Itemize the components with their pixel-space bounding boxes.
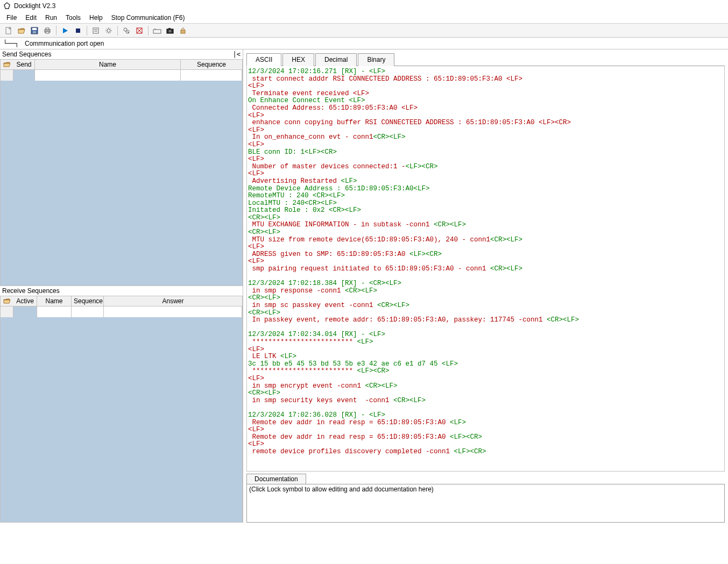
new-icon[interactable] <box>3 25 14 36</box>
svg-rect-9 <box>76 28 80 33</box>
svg-rect-20 <box>153 30 161 33</box>
recv-answer-input[interactable] <box>104 306 242 317</box>
send-empty-row[interactable] <box>1 70 242 81</box>
comm-port-icon: └──┐ <box>3 40 25 47</box>
toolbar-separator <box>87 26 87 35</box>
recv-empty-row[interactable] <box>1 306 242 317</box>
stop-icon[interactable] <box>73 25 83 36</box>
svg-point-23 <box>169 30 172 32</box>
send-seq-input[interactable] <box>181 70 242 81</box>
svg-point-13 <box>107 29 110 32</box>
documentation-tab-row: Documentation <box>246 474 725 484</box>
send-col-send[interactable]: Send <box>13 60 35 69</box>
toolbar-separator <box>148 26 149 35</box>
svg-rect-3 <box>32 28 37 30</box>
right-panel: ASCII HEX Decimal Binary 12/3/2024 17:02… <box>243 49 728 523</box>
main-area: Send Sequences |< Send Name Sequence Rec… <box>0 49 728 523</box>
send-name-input[interactable] <box>35 70 181 81</box>
recv-grid-body <box>0 306 243 523</box>
recv-name-input[interactable] <box>37 306 72 317</box>
clear-icon[interactable] <box>134 25 145 36</box>
menu-stop-communication[interactable]: Stop Communication (F6) <box>107 13 189 23</box>
svg-marker-0 <box>4 3 10 9</box>
keyboard-icon[interactable] <box>152 25 162 36</box>
svg-rect-10 <box>93 28 98 33</box>
comm-status-bar: └──┐ Commmunication port open <box>0 38 728 49</box>
tab-hex[interactable]: HEX <box>282 53 314 66</box>
app-logo-icon <box>3 2 11 10</box>
communication-log[interactable]: 12/3/2024 17:02:16.271 [RX] - <LF> start… <box>246 66 725 472</box>
toolbar-separator <box>117 26 118 35</box>
send-header-icon <box>1 60 13 69</box>
send-grid-body <box>0 70 243 286</box>
recv-header-icon <box>1 296 13 306</box>
app-title: Docklight V2.3 <box>14 2 55 10</box>
settings-icon[interactable] <box>103 25 114 36</box>
receive-sequences-title: Receive Sequences <box>2 287 60 295</box>
svg-marker-8 <box>63 28 68 33</box>
notebook-icon[interactable] <box>90 25 101 36</box>
left-panel: Send Sequences |< Send Name Sequence Rec… <box>0 49 243 523</box>
save-icon[interactable] <box>29 25 40 36</box>
send-col-seq[interactable]: Sequence <box>181 60 242 69</box>
menu-file[interactable]: File <box>2 13 21 23</box>
receive-sequences-title-row: Receive Sequences <box>0 286 243 296</box>
tab-documentation[interactable]: Documentation <box>246 474 306 484</box>
menu-bar: File Edit Run Tools Help Stop Communicat… <box>0 12 728 24</box>
tab-binary[interactable]: Binary <box>358 53 394 66</box>
menu-help[interactable]: Help <box>85 13 107 23</box>
svg-rect-6 <box>46 28 49 30</box>
svg-rect-7 <box>46 32 49 33</box>
tab-ascii[interactable]: ASCII <box>246 53 281 66</box>
collapse-left-icon[interactable]: |< <box>233 51 241 58</box>
svg-rect-4 <box>33 31 36 33</box>
svg-rect-24 <box>168 28 171 29</box>
recv-grid-header: Active Name Sequence Answer <box>0 296 243 306</box>
log-tabs: ASCII HEX Decimal Binary <box>246 53 725 66</box>
menu-tools[interactable]: Tools <box>61 13 85 23</box>
find-icon[interactable] <box>121 25 132 36</box>
toolbar-separator <box>56 26 56 35</box>
svg-rect-25 <box>181 30 185 33</box>
recv-seq-input[interactable] <box>72 306 104 317</box>
menu-run[interactable]: Run <box>41 13 61 23</box>
snapshot-icon[interactable] <box>165 25 175 36</box>
send-sequences-title: Send Sequences <box>2 51 51 58</box>
comm-status-text: Commmunication port open <box>25 40 104 47</box>
recv-col-name[interactable]: Name <box>37 296 72 306</box>
tab-decimal[interactable]: Decimal <box>315 53 357 66</box>
open-icon[interactable] <box>16 25 27 36</box>
lock-icon[interactable] <box>178 25 188 36</box>
menu-edit[interactable]: Edit <box>21 13 41 23</box>
title-bar: Docklight V2.3 <box>0 0 728 12</box>
toolbar <box>0 24 728 38</box>
documentation-body[interactable]: (Click Lock symbol to allow editing and … <box>246 484 725 523</box>
send-col-name[interactable]: Name <box>35 60 181 69</box>
recv-col-seq[interactable]: Sequence <box>72 296 104 306</box>
send-grid-header: Send Name Sequence <box>0 59 243 70</box>
recv-col-answer[interactable]: Answer <box>104 296 242 306</box>
play-icon[interactable] <box>60 25 70 36</box>
print-icon[interactable] <box>42 25 53 36</box>
send-sequences-title-row: Send Sequences |< <box>0 49 243 59</box>
documentation-hint: (Click Lock symbol to allow editing and … <box>249 486 434 493</box>
recv-col-active[interactable]: Active <box>13 296 37 306</box>
